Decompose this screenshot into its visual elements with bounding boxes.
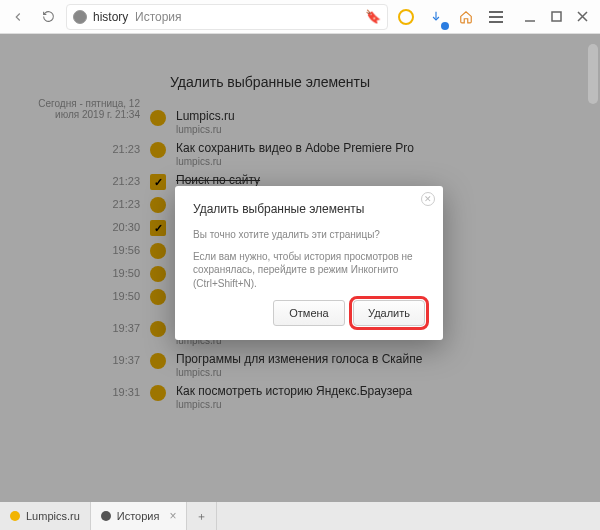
close-window-button[interactable] [570, 5, 594, 29]
tab-history[interactable]: История × [91, 502, 188, 530]
menu-button[interactable] [484, 5, 508, 29]
site-icon [73, 10, 87, 24]
delete-button[interactable]: Удалить [353, 300, 425, 326]
reload-button[interactable] [36, 5, 60, 29]
tab-lumpics[interactable]: Lumpics.ru [0, 502, 91, 530]
dialog-text-1: Вы точно хотите удалить эти страницы? [193, 228, 425, 242]
home-icon[interactable] [454, 5, 478, 29]
maximize-button[interactable] [544, 5, 568, 29]
tab-label: Lumpics.ru [26, 510, 80, 522]
dialog-title: Удалить выбранные элементы [193, 202, 425, 216]
content-area: Удалить выбранные элементы Сегодня - пят… [0, 34, 600, 502]
browser-toolbar: history История 🔖 [0, 0, 600, 34]
favicon-icon [10, 511, 20, 521]
dialog-text-2: Если вам нужно, чтобы история просмотров… [193, 250, 425, 291]
yandex-icon[interactable] [394, 5, 418, 29]
new-tab-button[interactable]: ＋ [187, 502, 217, 530]
bookmark-icon[interactable]: 🔖 [365, 9, 381, 24]
scrollbar-thumb[interactable] [588, 44, 598, 104]
dialog-close-icon[interactable]: ✕ [421, 192, 435, 206]
cancel-button[interactable]: Отмена [273, 300, 345, 326]
back-button[interactable] [6, 5, 30, 29]
address-bar[interactable]: history История 🔖 [66, 4, 388, 30]
downloads-icon[interactable] [424, 5, 448, 29]
tab-label: История [117, 510, 160, 522]
minimize-button[interactable] [518, 5, 542, 29]
tab-close-icon[interactable]: × [169, 509, 176, 523]
svg-rect-1 [552, 12, 561, 21]
favicon-icon [101, 511, 111, 521]
address-text: history История [93, 10, 182, 24]
tab-bar: Lumpics.ru История × ＋ [0, 502, 600, 530]
confirm-dialog: ✕ Удалить выбранные элементы Вы точно хо… [175, 186, 443, 340]
